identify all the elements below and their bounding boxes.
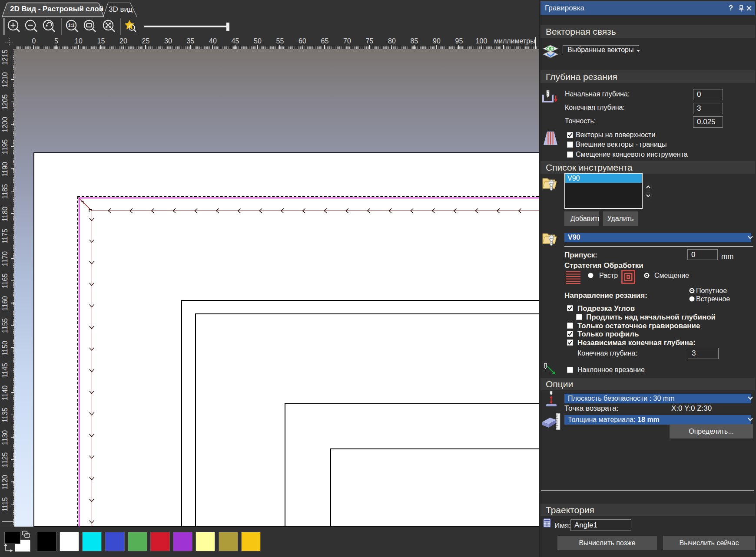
svg-text:1:1: 1:1 xyxy=(68,23,75,28)
